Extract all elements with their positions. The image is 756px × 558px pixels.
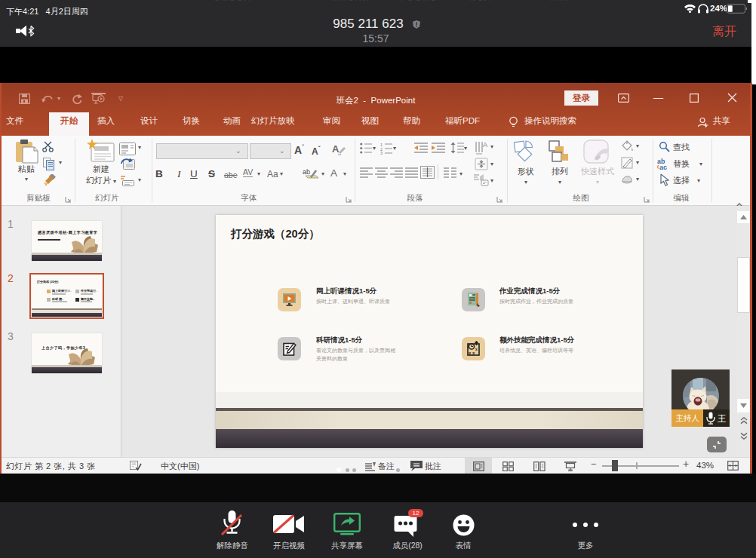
svg-text:3: 3 (380, 151, 383, 155)
svg-text:x: x (475, 347, 478, 351)
svg-text:ab: ab (303, 168, 310, 176)
svg-text:ac: ac (659, 164, 667, 170)
svg-text:A: A (332, 143, 340, 155)
svg-text:A: A (483, 141, 487, 149)
svg-text:x x: x x (469, 351, 475, 355)
